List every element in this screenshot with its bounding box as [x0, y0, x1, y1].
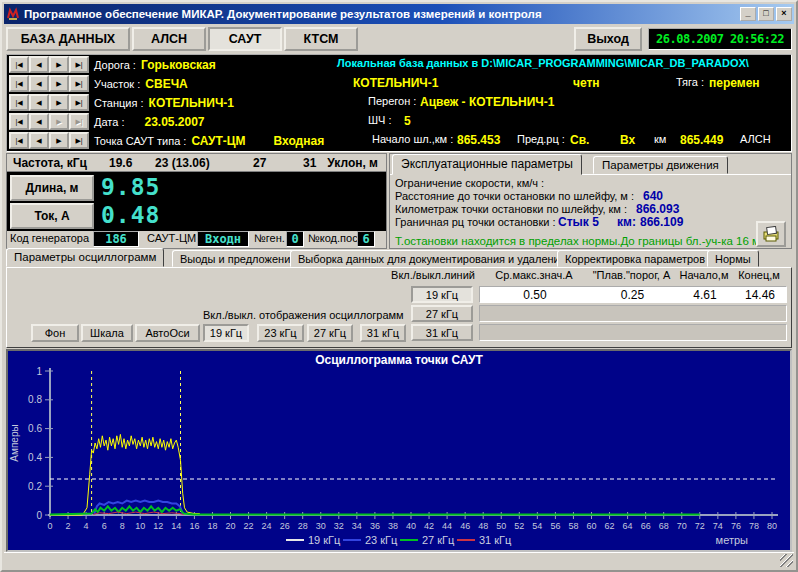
nav-prev-icon[interactable]: ◀	[29, 75, 49, 92]
date-nav: |◀ ◀ ▶ ▶|	[9, 113, 89, 130]
oscillogram-panel: Осциллограмма точки САУТ 00.20.40.60.810…	[6, 349, 792, 552]
tab-operational-params[interactable]: Эксплуатационные параметры	[392, 154, 582, 175]
pred-rc-label: Пред.рц :	[517, 133, 565, 145]
operational-content: Ограничение скорости, км/ч : Расстояние …	[390, 174, 791, 248]
code-sequence-value: 6	[357, 231, 375, 247]
minimize-icon[interactable]: _	[740, 7, 756, 21]
nav-last-icon[interactable]: ▶|	[69, 94, 89, 111]
resize-grip[interactable]	[780, 554, 793, 567]
svg-text:48: 48	[478, 521, 488, 531]
svg-text:50: 50	[496, 521, 506, 531]
svg-text:40: 40	[406, 521, 416, 531]
col-avg-max: Ср.макс.знач.А	[479, 269, 589, 284]
saut-button[interactable]: САУТ	[208, 27, 282, 51]
current-button[interactable]: Ток, А	[10, 203, 94, 229]
svg-text:42: 42	[424, 521, 434, 531]
generator-code-label: Код генератора	[10, 232, 89, 244]
boundary-rc-km-value: 866.109	[640, 215, 683, 229]
peregon-label: Перегон :	[368, 95, 416, 107]
nav-prev-icon[interactable]: ◀	[29, 113, 49, 130]
end-m-value: 14.46	[735, 288, 785, 302]
col-lines-onoff: Вкл./выкл.линий	[387, 269, 479, 284]
exit-button[interactable]: Выход	[574, 27, 642, 51]
line-19khz-button[interactable]: 19 кГц	[411, 286, 473, 303]
autoaxes-button[interactable]: АвтоОси	[135, 324, 200, 342]
shch-label: ШЧ :	[368, 114, 392, 126]
toolbar: БАЗА ДАННЫХ АЛСН САУТ КТСМ Выход 26.08.2…	[6, 27, 792, 52]
display-toggle-label: Вкл./выкл. отображения осциллограмм	[203, 309, 404, 321]
nav-last-icon[interactable]: ▶|	[69, 132, 89, 149]
scale-button[interactable]: Шкала	[81, 324, 133, 342]
line-31khz-button[interactable]: 31 кГц	[411, 324, 473, 341]
generator-row: Код генератора 186 САУТ-ЦМ Входн №ген. 0…	[7, 231, 386, 248]
svg-text:74: 74	[713, 521, 723, 531]
print-button[interactable]	[756, 221, 786, 247]
measurement-display: Длина, м 9.85 Ток, А 0.48	[7, 172, 386, 231]
app-window: Программное обеспечение МИКАР. Документи…	[0, 0, 798, 572]
tab-norms[interactable]: Нормы	[707, 250, 759, 267]
nav-prev-icon[interactable]: ◀	[29, 56, 49, 73]
show-23khz-button[interactable]: 23 кГц	[257, 324, 304, 342]
svg-text:32: 32	[334, 521, 344, 531]
local-db-path: Локальная база данных в D:\MICAR_PROGRAM…	[337, 57, 749, 69]
svg-text:0.4: 0.4	[28, 452, 42, 463]
svg-text:78: 78	[749, 521, 759, 531]
svg-text:10: 10	[135, 521, 145, 531]
nav-next-icon[interactable]: ▶	[49, 75, 69, 92]
tab-motion-params[interactable]: Параметры движения	[593, 156, 728, 174]
generator-number-label: №ген.	[254, 232, 285, 244]
close-icon[interactable]: ×	[776, 7, 792, 21]
tab-param-correction[interactable]: Корректировка параметров	[557, 250, 713, 267]
maximize-icon[interactable]: □	[758, 7, 774, 21]
show-27khz-button[interactable]: 27 кГц	[307, 324, 353, 342]
nav-last-icon[interactable]: ▶|	[69, 56, 89, 73]
background-button[interactable]: Фон	[31, 324, 79, 342]
loop-start-value: 865.453	[457, 133, 500, 147]
length-value: 9.85	[101, 174, 160, 200]
row-19khz-values: 0.50 0.25 4.61 14.46	[479, 286, 787, 303]
tab-conclusions[interactable]: Выоды и предложения	[172, 250, 304, 267]
shch-value: 5	[404, 114, 411, 128]
nav-first-icon[interactable]: |◀	[9, 132, 29, 149]
nav-last-icon[interactable]: ▶|	[69, 113, 89, 130]
nav-next-icon[interactable]: ▶	[49, 56, 69, 73]
alsn-button[interactable]: АЛСН	[132, 27, 206, 51]
nav-next-icon[interactable]: ▶	[49, 132, 69, 149]
svg-text:12: 12	[153, 521, 163, 531]
show-19khz-button[interactable]: 19 кГц	[203, 324, 249, 342]
section-station-value: КОТЕЛЬНИЧ-1	[353, 76, 438, 90]
nav-first-icon[interactable]: |◀	[9, 56, 29, 73]
svg-text:8: 8	[120, 521, 125, 531]
saut-point-row: |◀ ◀ ▶ ▶| Точка САУТ типа : САУТ-ЦМ Вход…	[7, 131, 791, 150]
line-27khz-button[interactable]: 27 кГц	[411, 305, 473, 322]
nav-first-icon[interactable]: |◀	[9, 113, 29, 130]
road-label: Дорога :	[94, 59, 136, 71]
nav-prev-icon[interactable]: ◀	[29, 94, 49, 111]
tab-data-selection[interactable]: Выборка данных для документирования и уд…	[290, 250, 574, 267]
show-31khz-button[interactable]: 31 кГц	[360, 324, 406, 342]
nav-last-icon[interactable]: ▶|	[69, 75, 89, 92]
tab-oscillogram-params[interactable]: Параметры осциллограмм	[6, 248, 164, 267]
nav-next-icon[interactable]: ▶	[49, 94, 69, 111]
stop-point-status: Т.остановки находится в пределах нормы.Д…	[395, 235, 760, 247]
ktsm-button[interactable]: КТСМ	[284, 27, 358, 51]
float-threshold-value: 0.25	[590, 288, 675, 302]
svg-text:58: 58	[568, 521, 578, 531]
nav-next-icon[interactable]: ▶	[49, 113, 69, 130]
operational-panel: Эксплуатационные параметры Параметры дви…	[389, 153, 792, 249]
database-button[interactable]: БАЗА ДАННЫХ	[6, 27, 130, 51]
nav-prev-icon[interactable]: ◀	[29, 132, 49, 149]
title-bar: Программное обеспечение МИКАР. Документи…	[4, 4, 794, 24]
length-button[interactable]: Длина, м	[10, 175, 94, 201]
table-header: Вкл./выкл.линий Ср.макс.знач.А "Плав."по…	[387, 269, 787, 284]
svg-text:23 кГц: 23 кГц	[365, 534, 398, 546]
generator-type-label: САУТ-ЦМ	[147, 232, 196, 244]
stop-distance-label: Расстояние до точки остановки по шлейфу,…	[395, 190, 634, 202]
svg-text:46: 46	[460, 521, 470, 531]
row-31khz-values	[479, 324, 787, 341]
nav-first-icon[interactable]: |◀	[9, 75, 29, 92]
table-row: 31 кГц	[387, 324, 787, 341]
app-icon	[6, 7, 20, 21]
nav-first-icon[interactable]: |◀	[9, 94, 29, 111]
road-value: Горьковская	[141, 58, 216, 72]
